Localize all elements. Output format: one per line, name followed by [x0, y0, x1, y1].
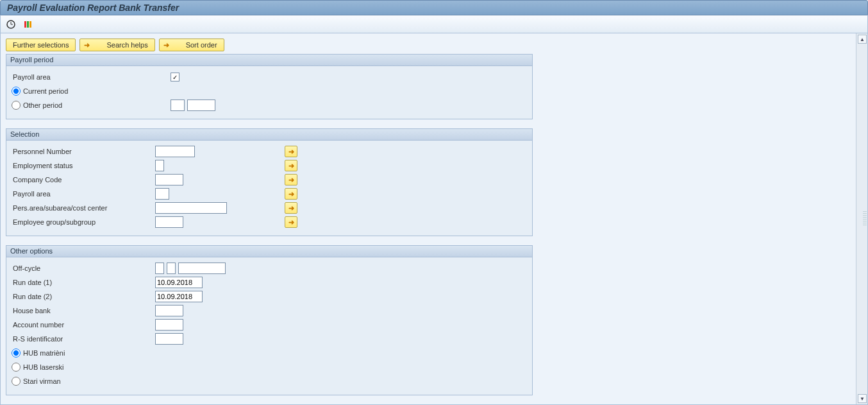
- stari-virman-label: Stari virman: [23, 377, 61, 385]
- employment-status-input[interactable]: [155, 160, 164, 171]
- run-date-2-input[interactable]: [155, 291, 203, 302]
- group-title: Selection: [6, 129, 532, 141]
- run-date-1-label: Run date (1): [12, 279, 153, 286]
- offcycle-input-2[interactable]: [167, 263, 176, 274]
- variant-icon[interactable]: [21, 18, 34, 31]
- svg-rect-3: [24, 21, 26, 28]
- payroll-area-checkbox[interactable]: ✓: [171, 73, 179, 82]
- emp-group-label: Employee group/subgroup: [12, 218, 153, 226]
- payroll-area-label: Payroll area: [12, 73, 153, 81]
- app-toolbar: [0, 15, 868, 33]
- other-options-group: Other options Off-cycle Run date (1) Run…: [6, 245, 533, 395]
- hub-laserski-radio[interactable]: [12, 363, 21, 372]
- scroll-grip-icon[interactable]: [863, 211, 867, 227]
- company-code-label: Company Code: [12, 176, 153, 184]
- stari-virman-radio[interactable]: [12, 377, 21, 386]
- multi-select-button[interactable]: ➜: [285, 160, 297, 171]
- multi-select-button[interactable]: ➜: [285, 188, 297, 200]
- scroll-down-icon[interactable]: ▼: [858, 394, 867, 403]
- group-body: Off-cycle Run date (1) Run date (2) Hous…: [6, 257, 532, 395]
- execute-icon[interactable]: [4, 18, 17, 31]
- emp-group-input[interactable]: [155, 216, 183, 228]
- multi-select-button[interactable]: ➜: [285, 146, 297, 157]
- group-body: Personnel Number ➜ Employment status ➜ C…: [6, 141, 532, 236]
- run-date-2-label: Run date (2): [12, 293, 153, 300]
- hub-matricni-radio[interactable]: [12, 349, 21, 358]
- sort-order-button[interactable]: ➜ Sort order: [159, 39, 224, 51]
- other-period-label: Other period: [23, 101, 62, 109]
- account-number-input[interactable]: [155, 319, 183, 331]
- rs-identificator-label: R-S identificator: [12, 335, 153, 343]
- group-title: Other options: [6, 246, 532, 257]
- other-period-radio[interactable]: [12, 101, 21, 110]
- run-date-1-input[interactable]: [155, 277, 203, 288]
- selection-button-row: Further selections ➜ Search helps ➜ Sort…: [6, 39, 851, 51]
- scroll-up-icon[interactable]: ▲: [858, 35, 867, 44]
- pers-area-input[interactable]: [155, 202, 227, 214]
- offcycle-input-1[interactable]: [155, 263, 164, 274]
- company-code-input[interactable]: [155, 174, 183, 185]
- employment-status-label: Employment status: [12, 162, 153, 169]
- multi-select-button[interactable]: ➜: [285, 202, 297, 214]
- search-helps-button[interactable]: ➜ Search helps: [79, 39, 154, 51]
- svg-rect-4: [27, 21, 29, 28]
- personnel-number-label: Personnel Number: [12, 148, 153, 155]
- offcycle-input-3[interactable]: [178, 263, 226, 274]
- pers-area-label: Pers.area/subarea/cost center: [12, 204, 153, 212]
- title-bar: Payroll Evaluation Report Bank Transfer: [0, 0, 868, 15]
- svg-rect-5: [29, 21, 31, 28]
- hub-matricni-label: HUB matrièni: [23, 349, 65, 357]
- current-period-radio[interactable]: [12, 87, 21, 96]
- payroll-area-label: Payroll area: [12, 190, 153, 198]
- house-bank-input[interactable]: [155, 305, 183, 316]
- multi-select-button[interactable]: ➜: [285, 216, 297, 228]
- rs-identificator-input[interactable]: [155, 333, 183, 345]
- multi-select-button[interactable]: ➜: [285, 174, 297, 185]
- search-helps-label: Search helps: [106, 39, 147, 51]
- sort-order-label: Sort order: [186, 39, 217, 51]
- other-period-input-1[interactable]: [171, 99, 185, 111]
- current-period-label: Current period: [23, 87, 68, 95]
- other-period-input-2[interactable]: [187, 99, 215, 111]
- hub-laserski-label: HUB laserski: [23, 363, 64, 371]
- payroll-area-input[interactable]: [155, 188, 169, 200]
- page-title: Payroll Evaluation Report Bank Transfer: [7, 3, 179, 13]
- group-body: Payroll area ✓ Current period Other peri…: [6, 66, 532, 119]
- selection-group: Selection Personnel Number ➜ Employment …: [6, 128, 533, 236]
- arrow-right-icon: ➜: [84, 39, 90, 51]
- arrow-right-icon: ➜: [163, 39, 169, 51]
- group-title: Payroll period: [6, 55, 532, 66]
- vertical-scrollbar[interactable]: ▲ ▼: [856, 33, 867, 404]
- further-selections-button[interactable]: Further selections: [6, 39, 76, 51]
- payroll-period-group: Payroll period Payroll area ✓ Current pe…: [6, 54, 533, 119]
- scroll-area: Further selections ➜ Search helps ➜ Sort…: [1, 33, 856, 404]
- content-area: © www.tutorialkart.com Further selection…: [0, 33, 868, 405]
- house-bank-label: House bank: [12, 307, 153, 315]
- offcycle-label: Off-cycle: [12, 264, 153, 272]
- personnel-number-input[interactable]: [155, 146, 195, 157]
- account-number-label: Account number: [12, 321, 153, 329]
